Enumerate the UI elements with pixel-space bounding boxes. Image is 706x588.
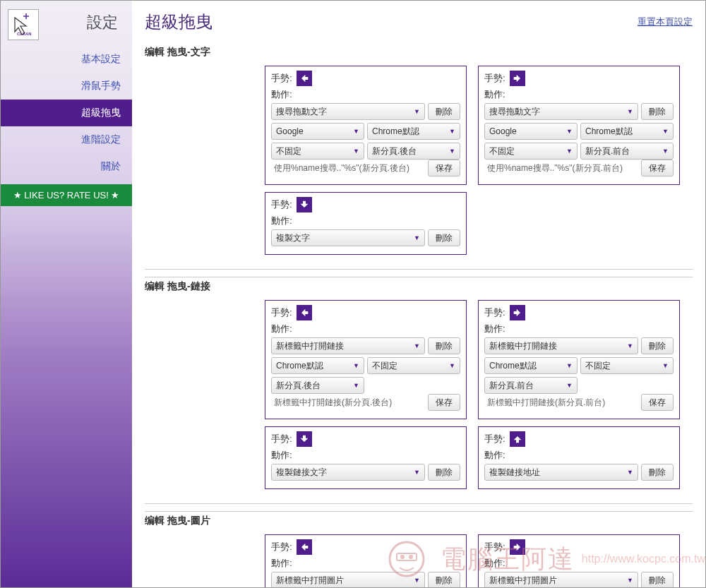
- delete-button[interactable]: 刪除: [641, 464, 674, 481]
- gesture-label: 手勢:: [271, 198, 294, 211]
- gesture-label: 手勢:: [484, 541, 507, 553]
- gesture-label: 手勢:: [271, 72, 294, 85]
- delete-button[interactable]: 刪除: [428, 464, 460, 481]
- section-1: 编輯 拖曳-鏈接手勢:動作:新標籤中打開鏈接▼刪除Chrome默認▼不固定▼新分…: [145, 277, 693, 489]
- action-label: 動作:: [484, 88, 507, 101]
- gesture-label: 手勢:: [484, 306, 507, 319]
- select-dropdown[interactable]: 新分頁.後台▼: [367, 143, 460, 160]
- select-dropdown[interactable]: Google▼: [271, 123, 364, 140]
- gesture-label: 手勢:: [271, 541, 294, 553]
- delete-button[interactable]: 刪除: [428, 337, 460, 354]
- nav-item-0[interactable]: 基本設定: [1, 46, 132, 73]
- gesture-label: 手勢:: [271, 306, 294, 319]
- select-dropdown[interactable]: 複製文字▼: [271, 229, 425, 246]
- nav-item-3[interactable]: 進階設定: [1, 126, 132, 153]
- app-logo: CLEAN: [8, 9, 39, 40]
- description-text: 新標籤中打開鏈接(新分頁.後台): [271, 395, 425, 410]
- delete-button[interactable]: 刪除: [641, 337, 674, 354]
- gesture-card: 手勢:動作:搜尋拖動文字▼刪除Google▼Chrome默認▼不固定▼新分頁.前…: [478, 66, 680, 185]
- select-dropdown[interactable]: 新分頁.前台▼: [484, 377, 578, 394]
- gesture-card: 手勢:動作:新標籤中打開鏈接▼刪除Chrome默認▼不固定▼新分頁.前台▼新標籤…: [478, 300, 680, 419]
- action-label: 動作:: [271, 449, 294, 462]
- action-label: 動作:: [484, 323, 507, 335]
- section-title: 编輯 拖曳-文字: [145, 43, 693, 66]
- select-dropdown[interactable]: 不固定▼: [580, 357, 674, 374]
- arrow-right-icon: [510, 539, 525, 555]
- select-dropdown[interactable]: 新分頁.後台▼: [271, 377, 364, 394]
- action-label: 動作:: [271, 88, 294, 101]
- card-row: 手勢:動作:複製文字▼刪除: [265, 192, 693, 255]
- gesture-card: 手勢:動作:新標籤中打開圖片▼刪除: [265, 534, 467, 587]
- nav-item-1[interactable]: 滑鼠手勢: [1, 73, 132, 100]
- arrow-left-icon: [297, 539, 312, 555]
- select-dropdown[interactable]: 搜尋拖動文字▼: [484, 103, 638, 120]
- logo-row: CLEAN 設定: [1, 1, 132, 46]
- gesture-card: 手勢:動作:新標籤中打開圖片▼刪除: [478, 534, 680, 587]
- select-dropdown[interactable]: 新標籤中打開鏈接▼: [271, 337, 425, 354]
- select-dropdown[interactable]: 複製鏈接文字▼: [271, 464, 425, 481]
- save-button[interactable]: 保存: [428, 394, 460, 411]
- card-row: 手勢:動作:複製鏈接文字▼刪除手勢:動作:複製鏈接地址▼刪除: [265, 426, 693, 489]
- select-dropdown[interactable]: 新標籤中打開圖片▼: [484, 572, 638, 587]
- arrow-right-icon: [510, 71, 525, 86]
- description-text: 使用%name搜尋.."%s"(新分頁.前台): [484, 161, 638, 176]
- page-header: 超級拖曳 重置本頁設定: [145, 8, 693, 43]
- delete-button[interactable]: 刪除: [641, 103, 674, 120]
- arrow-down-icon: [297, 431, 312, 447]
- description-text: 使用%name搜尋.."%s"(新分頁.後台): [271, 161, 425, 176]
- select-dropdown[interactable]: 不固定▼: [484, 143, 578, 160]
- section-title: 编輯 拖曳-圖片: [145, 511, 693, 534]
- arrow-left-icon: [297, 71, 312, 86]
- action-label: 動作:: [271, 323, 294, 335]
- nav-item-2[interactable]: 超級拖曳: [1, 100, 132, 126]
- select-dropdown[interactable]: 不固定▼: [367, 357, 460, 374]
- action-label: 動作:: [484, 449, 507, 462]
- select-dropdown[interactable]: Chrome默認▼: [367, 123, 460, 140]
- nav-item-4[interactable]: 關於: [1, 153, 132, 180]
- nav: 基本設定滑鼠手勢超級拖曳進階設定關於: [1, 46, 132, 180]
- description-text: 新標籤中打開鏈接(新分頁.前台): [484, 395, 638, 410]
- rate-us-banner[interactable]: ★ LIKE US? RATE US! ★: [1, 184, 132, 206]
- select-dropdown[interactable]: Chrome默認▼: [271, 357, 364, 374]
- select-dropdown[interactable]: 不固定▼: [271, 143, 364, 160]
- sidebar-title: 設定: [87, 12, 118, 33]
- card-row: 手勢:動作:搜尋拖動文字▼刪除Google▼Chrome默認▼不固定▼新分頁.後…: [265, 66, 693, 185]
- gesture-card: 手勢:動作:新標籤中打開鏈接▼刪除Chrome默認▼不固定▼新分頁.後台▼新標籤…: [265, 300, 467, 419]
- action-label: 動作:: [484, 557, 507, 570]
- select-dropdown[interactable]: 新分頁.前台▼: [580, 143, 674, 160]
- delete-button[interactable]: 刪除: [428, 103, 460, 120]
- select-dropdown[interactable]: 新標籤中打開鏈接▼: [484, 337, 638, 354]
- select-dropdown[interactable]: 複製鏈接地址▼: [484, 464, 638, 481]
- section-2: 编輯 拖曳-圖片手勢:動作:新標籤中打開圖片▼刪除手勢:動作:新標籤中打開圖片▼…: [145, 511, 693, 587]
- delete-button[interactable]: 刪除: [641, 572, 674, 587]
- save-button[interactable]: 保存: [641, 394, 674, 411]
- select-dropdown[interactable]: Chrome默認▼: [484, 357, 578, 374]
- gesture-card: 手勢:動作:複製文字▼刪除: [265, 192, 467, 255]
- reset-link[interactable]: 重置本頁設定: [638, 16, 693, 28]
- select-dropdown[interactable]: 新標籤中打開圖片▼: [271, 572, 425, 587]
- svg-text:CLEAN: CLEAN: [17, 32, 32, 36]
- main-content: 超級拖曳 重置本頁設定 编輯 拖曳-文字手勢:動作:搜尋拖動文字▼刪除Googl…: [132, 1, 705, 587]
- action-label: 動作:: [271, 557, 294, 570]
- arrow-down-icon: [297, 197, 312, 212]
- section-0: 编輯 拖曳-文字手勢:動作:搜尋拖動文字▼刪除Google▼Chrome默認▼不…: [145, 43, 693, 255]
- delete-button[interactable]: 刪除: [428, 572, 460, 587]
- gesture-label: 手勢:: [271, 433, 294, 445]
- card-row: 手勢:動作:新標籤中打開鏈接▼刪除Chrome默認▼不固定▼新分頁.後台▼新標籤…: [265, 300, 693, 419]
- card-row: 手勢:動作:新標籤中打開圖片▼刪除手勢:動作:新標籤中打開圖片▼刪除: [265, 534, 693, 587]
- arrow-left-icon: [297, 305, 312, 320]
- divider: [145, 269, 693, 270]
- section-title: 编輯 拖曳-鏈接: [145, 277, 693, 300]
- save-button[interactable]: 保存: [641, 160, 674, 176]
- arrow-up-icon: [510, 431, 525, 447]
- gesture-card: 手勢:動作:搜尋拖動文字▼刪除Google▼Chrome默認▼不固定▼新分頁.後…: [265, 66, 467, 185]
- arrow-right-icon: [510, 305, 525, 320]
- select-dropdown[interactable]: 搜尋拖動文字▼: [271, 103, 425, 120]
- delete-button[interactable]: 刪除: [428, 229, 460, 246]
- save-button[interactable]: 保存: [428, 160, 460, 176]
- sidebar: CLEAN 設定 基本設定滑鼠手勢超級拖曳進階設定關於 ★ LIKE US? R…: [1, 1, 132, 587]
- page-title: 超級拖曳: [145, 11, 213, 33]
- select-dropdown[interactable]: Google▼: [484, 123, 578, 140]
- select-dropdown[interactable]: Chrome默認▼: [580, 123, 674, 140]
- action-label: 動作:: [271, 215, 294, 227]
